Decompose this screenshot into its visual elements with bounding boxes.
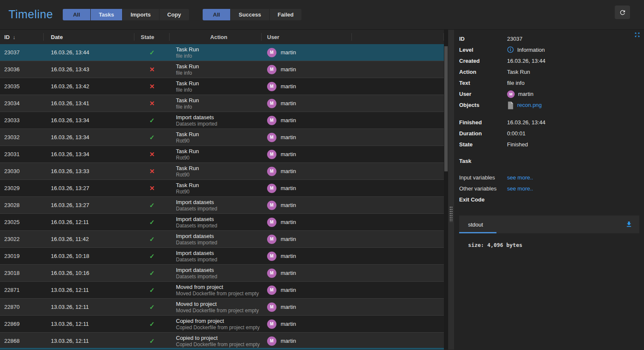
horizontal-scrollbar[interactable] [0, 348, 444, 350]
avatar: M [267, 302, 276, 312]
field-label-level: Level [459, 45, 507, 56]
avatar: M [267, 82, 276, 91]
failed-icon: ✕ [149, 66, 155, 73]
field-value-finished: 16.03.26, 13:44 [507, 117, 639, 128]
other-variables-see-more-link[interactable]: see more.. [507, 185, 533, 193]
field-value-user: M martin [507, 89, 639, 100]
success-icon: ✓ [149, 134, 155, 140]
avatar: M [267, 65, 276, 74]
field-label-input-variables: Input variables [459, 172, 507, 183]
table-row[interactable]: 23030 16.03.26, 13:33 ✕ Task Run Rot90 M… [0, 163, 444, 180]
field-value-exit-code [507, 194, 639, 205]
column-header-action[interactable]: Action [170, 30, 262, 44]
column-header-date[interactable]: Date [44, 30, 134, 44]
field-label-other-variables: Other variables [459, 183, 507, 194]
filter-button-status-all[interactable]: All [203, 9, 231, 20]
avatar: M [267, 99, 276, 108]
field-label-state: State [459, 139, 507, 150]
avatar: M [267, 336, 276, 346]
filter-button-status-failed[interactable]: Failed [270, 9, 302, 20]
refresh-button[interactable] [615, 6, 630, 19]
table-row[interactable]: 22870 13.03.26, 12:11 ✓ Moved to project… [0, 299, 444, 316]
timeline-table: ID ↓ Date State Action User 23037 16.03.… [0, 30, 444, 350]
panel-splitter[interactable] [448, 30, 454, 350]
scrollbar-thumb[interactable] [444, 46, 448, 171]
stdout-section: stdout size: 4,096 bytes [459, 216, 639, 248]
filter-button-type-tasks[interactable]: Tasks [91, 9, 123, 20]
table-header: ID ↓ Date State Action User [0, 30, 444, 44]
avatar: M [507, 90, 515, 98]
table-row[interactable]: 22868 13.03.26, 12:11 ✓ Copied to projec… [0, 333, 444, 350]
vertical-scrollbar[interactable] [444, 30, 448, 350]
failed-icon: ✕ [149, 168, 155, 174]
success-icon: ✓ [149, 219, 155, 225]
column-header-state[interactable]: State [134, 30, 170, 44]
main-area: ID ↓ Date State Action User 23037 16.03.… [0, 30, 644, 350]
refresh-icon [619, 9, 626, 16]
table-row[interactable]: 23022 16.03.26, 11:42 ✓ Import datasets … [0, 231, 444, 248]
sort-desc-icon: ↓ [13, 34, 16, 40]
field-label-exit-code: Exit Code [459, 194, 507, 205]
field-label-objects: Objects [459, 100, 507, 111]
tab-stdout[interactable]: stdout [468, 221, 483, 228]
download-button[interactable] [624, 220, 633, 229]
table-row[interactable]: 23033 16.03.26, 13:34 ✓ Import datasets … [0, 112, 444, 129]
filter-button-type-all[interactable]: All [63, 9, 91, 20]
avatar: M [267, 286, 276, 295]
table-row[interactable]: 23032 16.03.26, 13:34 ✓ Task Run Rot90 M… [0, 129, 444, 146]
field-value-state: Finished [507, 139, 639, 150]
field-label-created: Created [459, 56, 507, 67]
avatar: M [267, 269, 276, 278]
table-row[interactable]: 22871 13.03.26, 12:11 ✓ Moved from proje… [0, 282, 444, 299]
failed-icon: ✕ [149, 100, 155, 106]
object-link[interactable]: recon.png [517, 101, 542, 109]
field-value-level: Information [507, 45, 639, 56]
detail-panel: ID 23037 Level Information Created 16.03… [454, 30, 644, 350]
info-icon [507, 46, 514, 53]
table-row[interactable]: 22869 13.03.26, 12:11 ✓ Copied from proj… [0, 316, 444, 333]
table-row[interactable]: 23018 16.03.26, 10:16 ✓ Import datasets … [0, 265, 444, 282]
stdout-tab-bar: stdout [459, 216, 639, 233]
table-row[interactable]: 23035 16.03.26, 13:42 ✕ Task Run file in… [0, 78, 444, 95]
page-title: Timeline [8, 8, 56, 21]
table-row[interactable]: 23019 16.03.26, 10:18 ✓ Import datasets … [0, 248, 444, 265]
success-icon: ✓ [149, 49, 155, 56]
field-label-text: Text [459, 78, 507, 89]
failed-icon: ✕ [149, 83, 155, 90]
table-row[interactable]: 23036 16.03.26, 13:43 ✕ Task Run file in… [0, 61, 444, 78]
section-label-task: Task [459, 156, 507, 167]
table-row[interactable]: 23028 16.03.26, 13:27 ✓ Import datasets … [0, 197, 444, 214]
success-icon: ✓ [149, 202, 155, 208]
column-header-id[interactable]: ID ↓ [0, 30, 44, 44]
filter-button-status-success[interactable]: Success [231, 9, 270, 20]
filter-button-type-imports[interactable]: Imports [123, 9, 159, 20]
avatar: M [267, 184, 276, 193]
table-row[interactable]: 23037 16.03.26, 13:44 ✓ Task Run file in… [0, 44, 444, 61]
avatar: M [267, 116, 276, 125]
field-value-duration: 0:00:01 [507, 128, 639, 139]
success-icon: ✓ [149, 236, 155, 242]
top-bar: Timeline AllTasksImportsCopy AllSuccessF… [0, 0, 644, 30]
avatar: M [267, 319, 276, 329]
success-icon: ✓ [149, 321, 155, 327]
success-icon: ✓ [149, 287, 155, 293]
success-icon: ✓ [149, 338, 155, 344]
success-icon: ✓ [149, 117, 155, 123]
table-row[interactable]: 23025 16.03.26, 12:11 ✓ Import datasets … [0, 214, 444, 231]
field-label-user: User [459, 89, 507, 100]
table-row[interactable]: 23034 16.03.26, 13:41 ✕ Task Run file in… [0, 95, 444, 112]
filter-button-type-copy[interactable]: Copy [159, 9, 190, 20]
avatar: M [267, 235, 276, 244]
expand-arrows-icon [634, 32, 642, 38]
table-row[interactable]: 23031 16.03.26, 13:34 ✕ Task Run Rot90 M… [0, 146, 444, 163]
table-row[interactable]: 23029 16.03.26, 13:27 ✕ Task Run Rot90 M… [0, 180, 444, 197]
success-icon: ✓ [149, 253, 155, 259]
download-icon [625, 221, 633, 228]
success-icon: ✓ [149, 304, 155, 310]
expand-panel-button[interactable] [634, 31, 642, 39]
splitter-grip-icon [449, 206, 453, 222]
input-variables-see-more-link[interactable]: see more.. [507, 174, 533, 182]
field-value-action: Task Run [507, 67, 639, 78]
type-filter-group: AllTasksImportsCopy [63, 9, 189, 20]
column-header-user[interactable]: User [262, 30, 352, 44]
